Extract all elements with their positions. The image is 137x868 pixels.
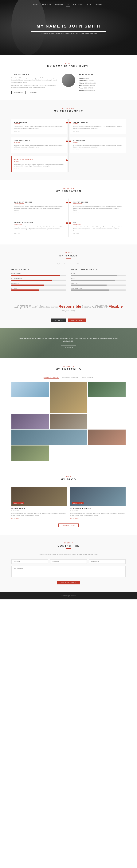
employment-item-2: JOB DEVELOPER Flowcase Lorem ipsum dolor…: [70, 119, 126, 134]
tl-role: WEB DEVELOPER: [14, 140, 64, 142]
quote-view-more-button[interactable]: VIEW MORE: [61, 345, 76, 349]
tl-role: EXCLUSIVE AUTHOR: [14, 159, 64, 161]
hero-subtitle: A SIMPLE PORTFOLIO CV RESUME THEME FOR W…: [31, 33, 106, 35]
view-all-posts-button[interactable]: VIEW ALL POSTS: [58, 524, 78, 527]
filter-graphic-design[interactable]: Graphic Design: [44, 377, 59, 379]
nav-contact[interactable]: Contact: [95, 4, 104, 5]
tl-desc: Lorem ipsum dolor sit amet, consectetur …: [73, 205, 123, 211]
blog-date-badge-1: 20 Jan 2015: [13, 502, 24, 504]
site-logo[interactable]: Z: [66, 2, 71, 6]
education-section: EDUCATION MY EDUCATION BACHELOR DEGREE U…: [0, 180, 137, 245]
timeline-dot: [66, 202, 68, 204]
education-grid: BACHELOR DEGREE University Name Lorem ip…: [11, 198, 126, 237]
timeline-dot: [66, 141, 68, 142]
design-skills-title: DESIGN SKILLS: [11, 269, 66, 271]
tl-company: University Name: [14, 203, 64, 204]
tagcloud-inner: English French Spanish German Responsibl…: [11, 304, 126, 312]
tl-date: 2010 - 2012: [14, 131, 64, 132]
portfolio-item-2[interactable]: [50, 382, 87, 413]
blog-card-1: 20 Jan 2015 HELLO WORLD! By Admin | 2 Co…: [11, 487, 66, 519]
tl-company: University Name: [73, 203, 123, 204]
nav-home[interactable]: Home: [33, 4, 39, 5]
education-item-2: MASTER DEGREE University Name Lorem ipsu…: [70, 198, 126, 216]
tl-date: 2013 - 2014: [14, 149, 64, 151]
about-text-block: A BIT ABOUT ME Lorem ipsum dolor sit ame…: [11, 74, 58, 94]
tag-german: German: [51, 306, 58, 308]
skills-section: SKILLS MY SKILLS My Professional And Per…: [0, 245, 137, 300]
about-para-1: Lorem ipsum dolor sit amet, consectetur …: [11, 77, 58, 83]
blog-excerpt-2: Lorem ipsum dolor sit amet, consectetur …: [71, 513, 126, 517]
portfolio-item-6[interactable]: [11, 430, 87, 445]
tl-role: ART: [73, 222, 123, 224]
employment-divider: [66, 114, 71, 114]
contact-email-input[interactable]: [50, 559, 87, 564]
contact-message-input[interactable]: [11, 566, 126, 578]
portfolio-item-1[interactable]: [11, 382, 49, 397]
tl-date: 2005 - 2009: [14, 212, 64, 214]
blog-image-2: 15 May 2015: [71, 487, 126, 506]
hero-content: MY NAME IS JOHN SMITH A SIMPLE PORTFOLIO…: [31, 21, 106, 35]
nav-right: Portfolio Blog Contact: [73, 2, 104, 6]
tl-role: MASTER DEGREE: [73, 201, 123, 203]
portfolio-item-4[interactable]: [11, 413, 49, 429]
education-section-label: EDUCATION: [11, 188, 126, 189]
tag-flexible: Flexible: [108, 304, 122, 309]
tl-desc: Lorem ipsum dolor sit amet, consectetur …: [14, 144, 64, 148]
nav-portfolio[interactable]: Portfolio: [73, 4, 83, 5]
skill-jquery: JQUERY: [71, 283, 126, 286]
timeline-dot: [69, 122, 71, 124]
education-item-4: ART School Name Lorem ipsum dolor sit am…: [70, 219, 126, 237]
personal-website: Website: www.johnsmith.com: [79, 89, 126, 92]
portfolio-section-title: MY PORTFOLIO: [11, 368, 126, 371]
blog-title-2[interactable]: STANDARD BLOG POST: [71, 507, 126, 509]
tag-spanish: Spanish: [39, 305, 50, 308]
tl-desc: Lorem ipsum dolor sit amet, consectetur …: [14, 205, 64, 211]
portfolio-filters: Graphic Design Website Graphic Web Desig…: [11, 377, 126, 379]
about-section-label: ABOUT: [11, 63, 126, 64]
design-skills-col: DESIGN SKILLS PHOTOSHOP ILLUSTRATOR INDE…: [11, 269, 66, 292]
filter-web-design[interactable]: Web Design: [82, 377, 93, 379]
contact-divider: [66, 548, 71, 549]
portfolio-section: PORTFOLIO MY PORTFOLIO Graphic Design We…: [0, 358, 137, 468]
portfolio-item-3[interactable]: [88, 382, 126, 397]
tl-role: JOB DEVELOPER: [73, 121, 123, 123]
about-section-title: MY NAME IS JOHN SMITH: [11, 65, 126, 68]
send-message-button[interactable]: SEND MESSAGE: [57, 581, 80, 584]
tag-responsible: Responsible: [58, 304, 81, 309]
contact-button[interactable]: CONTACT: [27, 91, 40, 94]
skills-grid: DESIGN SKILLS PHOTOSHOP ILLUSTRATOR INDE…: [11, 269, 126, 292]
filter-website-graphic[interactable]: Website Graphic: [62, 377, 79, 379]
hire-me-button[interactable]: HIRE ME NOW: [68, 318, 85, 322]
blog-meta-1: By Admin | 2 Comments: [11, 510, 66, 512]
portfolio-item-5[interactable]: [50, 413, 87, 429]
portfolio-item-7[interactable]: [88, 430, 126, 445]
employment-section-title: MY EMPLOYMENT: [11, 110, 126, 113]
skill-photoshop: PHOTOSHOP: [11, 273, 66, 276]
blog-section-title: MY BLOG: [11, 478, 126, 481]
contact-name-input[interactable]: [11, 559, 48, 564]
portfolio-item-8[interactable]: [11, 445, 49, 461]
nav-about[interactable]: About Me: [42, 4, 52, 5]
skill-html: HTML: [71, 273, 126, 276]
blog-meta-2: By Admin | 0 Comments: [71, 510, 126, 512]
tl-desc: Lorem ipsum dolor sit amet, consectetur …: [73, 226, 123, 232]
cv-download-button[interactable]: GET IN CV: [51, 318, 66, 322]
blog-title-1[interactable]: HELLO WORLD!: [11, 507, 66, 509]
nav-blog[interactable]: Blog: [87, 4, 91, 5]
contact-section-label: CONTACT: [11, 542, 126, 544]
contact-section-title: CONTACT ME: [11, 545, 126, 547]
portfolio-button[interactable]: PORTFOLIO: [11, 91, 26, 94]
timeline-dot: [66, 159, 68, 161]
tag-english: English: [14, 304, 28, 309]
tl-company: School Name: [73, 224, 123, 225]
personal-col-title: PERSONAL INFO: [79, 74, 126, 75]
tl-desc: Lorem ipsum dolor sit amet, consectetur …: [14, 125, 64, 129]
tagcloud-section: English French Spanish German Responsibl…: [0, 300, 137, 315]
tag-labour: Labour: [82, 305, 91, 308]
blog-read-more-1[interactable]: READ MORE: [11, 518, 66, 519]
skills-section-title: MY SKILLS: [11, 254, 126, 257]
nav-timeline[interactable]: Timeline: [55, 4, 63, 5]
tl-company: Envato: [14, 161, 64, 162]
blog-read-more-2[interactable]: READ MORE: [71, 518, 126, 519]
contact-website-input[interactable]: [89, 559, 126, 564]
